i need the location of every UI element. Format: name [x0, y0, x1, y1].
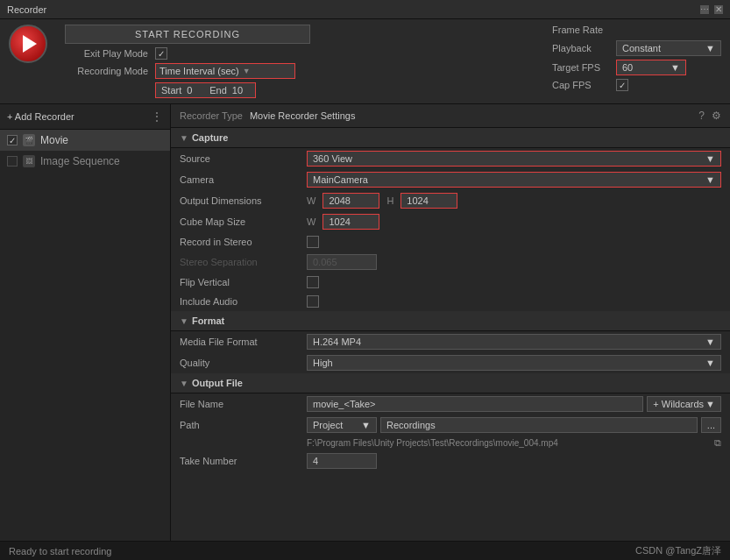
recorder-header-icons: ? ⚙ [698, 110, 721, 122]
recording-mode-dropdown[interactable]: Time Interval (sec) ▼ [155, 63, 295, 79]
sidebar-header: + Add Recorder ⋮ [0, 104, 170, 130]
recorder-type-label: Recorder Type [180, 110, 243, 121]
exit-play-mode-row: Exit Play Mode ✓ [65, 47, 310, 60]
main-content: + Add Recorder ⋮ ✓ 🎬 Movie 🖼 Image Seque… [0, 104, 730, 560]
recorder-header: Recorder Type Movie Recorder Settings ? … [171, 104, 730, 128]
title-bar-title: Recorder [7, 4, 46, 15]
open-path-button[interactable]: ⧉ [714, 437, 721, 449]
top-controls: START RECORDING Exit Play Mode ✓ Recordi… [65, 25, 310, 98]
full-path-text: F:\Program Files\Unity Projects\Test\Rec… [307, 438, 711, 448]
capture-section-header[interactable]: ▼ Capture [171, 128, 730, 148]
source-dropdown[interactable]: 360 View ▼ [307, 151, 721, 167]
cap-fps-label: Cap FPS [552, 80, 609, 90]
sidebar-item-image-sequence[interactable]: 🖼 Image Sequence [0, 151, 170, 172]
dropdown-arrow-icon: ▼ [243, 67, 251, 75]
start-label: Start [161, 85, 181, 96]
exit-play-mode-label: Exit Play Mode [65, 48, 148, 59]
stereo-separation-label: Stereo Separation [180, 257, 307, 267]
target-fps-input[interactable]: 60 ▼ [616, 60, 686, 75]
quality-dropdown[interactable]: High ▼ [307, 355, 721, 371]
path-type-dropdown[interactable]: Project ▼ [307, 417, 377, 433]
output-dimensions-label: Output Dimensions [180, 195, 307, 206]
right-panel: Recorder Type Movie Recorder Settings ? … [171, 104, 730, 560]
settings-icon[interactable]: ⚙ [712, 110, 721, 122]
path-label: Path [180, 420, 307, 430]
end-value-input[interactable] [232, 85, 250, 96]
cap-fps-checkbox[interactable]: ✓ [616, 79, 628, 91]
target-fps-dropdown-arrow-icon: ▼ [670, 62, 680, 73]
image-sequence-label: Image Sequence [40, 155, 120, 167]
cube-w-label: W [307, 216, 315, 227]
take-number-row: Take Number [171, 450, 730, 471]
media-file-format-dropdown[interactable]: H.264 MP4 ▼ [307, 334, 721, 350]
cube-map-size-row: Cube Map Size W [171, 211, 730, 232]
image-sequence-checkbox[interactable] [7, 156, 18, 167]
output-file-arrow-icon: ▼ [180, 379, 188, 388]
status-bar: Ready to start recording CSDN @TangZ唐泽 [0, 541, 730, 560]
sidebar-menu-icon[interactable]: ⋮ [151, 110, 163, 124]
recording-mode-row: Recording Mode Time Interval (sec) ▼ [65, 63, 310, 79]
watermark-text: CSDN @TangZ唐泽 [635, 544, 721, 557]
full-path-row: F:\Program Files\Unity Projects\Test\Rec… [171, 436, 730, 450]
status-text: Ready to start recording [9, 546, 111, 556]
playback-dropdown[interactable]: Constant ▼ [616, 40, 721, 56]
target-fps-label: Target FPS [552, 62, 609, 73]
source-dropdown-arrow-icon: ▼ [705, 153, 715, 164]
cube-width-input[interactable] [322, 214, 379, 230]
path-folder-input[interactable] [380, 417, 698, 433]
quality-dropdown-arrow-icon: ▼ [705, 358, 715, 368]
h-label: H [386, 195, 393, 206]
record-in-stereo-row: Record in Stereo [171, 232, 730, 252]
path-type-dropdown-arrow-icon: ▼ [361, 420, 371, 430]
title-bar-controls: ⋯ ✕ [700, 5, 723, 14]
recorder-type-value: Movie Recorder Settings [250, 110, 355, 121]
wildcards-button[interactable]: + Wildcards ▼ [647, 396, 721, 412]
title-bar: Recorder ⋯ ✕ [0, 0, 730, 19]
path-inputs: Project ▼ ... [307, 417, 721, 433]
file-name-label: File Name [180, 399, 307, 409]
record-in-stereo-label: Record in Stereo [180, 237, 307, 247]
include-audio-row: Include Audio [171, 292, 730, 311]
camera-dropdown[interactable]: MainCamera ▼ [307, 172, 721, 188]
output-file-section-title: Output File [192, 378, 243, 388]
start-value-input[interactable] [187, 85, 204, 96]
minimize-button[interactable]: ⋯ [700, 5, 709, 14]
height-input[interactable] [400, 193, 457, 209]
sidebar: + Add Recorder ⋮ ✓ 🎬 Movie 🖼 Image Seque… [0, 104, 171, 560]
target-fps-row: Target FPS 60 ▼ [552, 60, 721, 75]
quality-row: Quality High ▼ [171, 352, 730, 373]
filename-input[interactable] [307, 396, 643, 412]
path-browse-button[interactable]: ... [701, 417, 721, 433]
playback-dropdown-arrow-icon: ▼ [705, 43, 715, 53]
capture-arrow-icon: ▼ [180, 133, 188, 143]
flip-vertical-checkbox[interactable] [307, 276, 319, 288]
include-audio-checkbox[interactable] [307, 295, 319, 308]
output-file-section-header[interactable]: ▼ Output File [171, 373, 730, 393]
playback-row: Playback Constant ▼ [552, 40, 721, 56]
time-range-row: Start End [65, 82, 310, 98]
frame-rate-label: Frame Rate [552, 25, 721, 35]
start-recording-button[interactable]: START RECORDING [65, 25, 310, 44]
sidebar-item-movie[interactable]: ✓ 🎬 Movie [0, 130, 170, 151]
w-label: W [307, 195, 315, 206]
add-recorder-button[interactable]: + Add Recorder [7, 111, 74, 122]
cube-map-size-label: Cube Map Size [180, 216, 307, 227]
help-icon[interactable]: ? [698, 110, 705, 122]
close-button[interactable]: ✕ [714, 5, 723, 14]
movie-checkbox[interactable]: ✓ [7, 135, 18, 145]
take-number-input[interactable] [307, 453, 377, 469]
exit-play-mode-checkbox[interactable]: ✓ [155, 47, 167, 60]
movie-icon: 🎬 [23, 134, 35, 146]
play-button[interactable] [9, 25, 47, 63]
camera-dropdown-arrow-icon: ▼ [705, 174, 715, 185]
stereo-separation-input[interactable] [307, 254, 377, 270]
movie-label: Movie [40, 134, 68, 146]
time-range-input: Start End [155, 82, 256, 98]
format-section-header[interactable]: ▼ Format [171, 311, 730, 331]
width-input[interactable] [322, 193, 379, 209]
quality-label: Quality [180, 358, 307, 368]
record-in-stereo-checkbox[interactable] [307, 236, 319, 248]
playback-label: Playback [552, 43, 609, 53]
format-arrow-icon: ▼ [180, 316, 188, 326]
play-icon [23, 35, 37, 53]
